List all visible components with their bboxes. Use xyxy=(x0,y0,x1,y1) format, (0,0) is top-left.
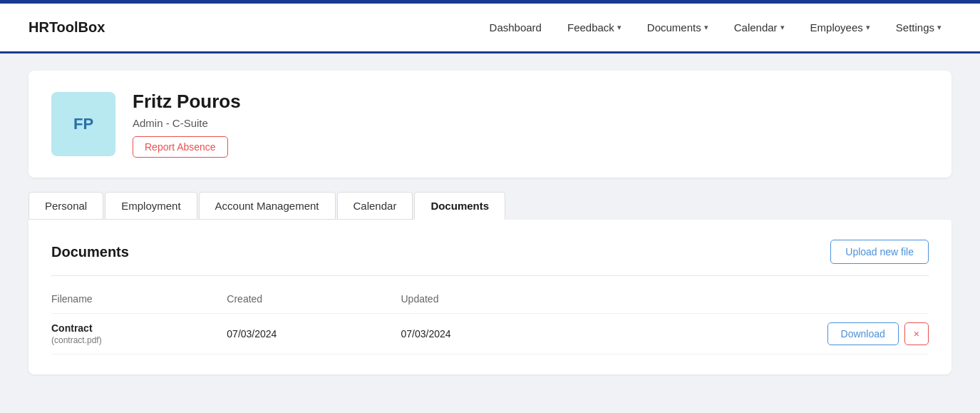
chevron-down-icon: ▾ xyxy=(704,23,708,32)
nav-label-dashboard: Dashboard xyxy=(490,21,542,34)
nav-label-employees: Employees xyxy=(810,21,863,34)
col-updated: Updated xyxy=(401,287,574,314)
profile-card: FP Fritz Pouros Admin - C-Suite Report A… xyxy=(29,71,951,178)
documents-header: Documents Upload new file xyxy=(51,240,929,264)
nav-item-dashboard[interactable]: Dashboard xyxy=(480,16,552,39)
navbar: HRToolBox Dashboard Feedback ▾ Documents… xyxy=(0,4,980,53)
tab-documents[interactable]: Documents xyxy=(414,192,505,220)
profile-role: Admin - C-Suite xyxy=(133,117,241,129)
nav-item-settings[interactable]: Settings ▾ xyxy=(886,16,951,39)
table-header: Filename Created Updated xyxy=(51,287,929,314)
file-path: (contract.pdf) xyxy=(51,335,227,345)
table-row: Contract (contract.pdf) 07/03/2024 07/03… xyxy=(51,314,929,355)
nav-menu: Dashboard Feedback ▾ Documents ▾ Calenda… xyxy=(480,16,951,39)
documents-table: Filename Created Updated Contract (contr… xyxy=(51,287,929,355)
upload-new-file-button[interactable]: Upload new file xyxy=(830,240,929,264)
file-created: 07/03/2024 xyxy=(227,314,401,355)
table-body: Contract (contract.pdf) 07/03/2024 07/03… xyxy=(51,314,929,355)
col-filename: Filename xyxy=(51,287,227,314)
brand-logo[interactable]: HRToolBox xyxy=(29,19,105,36)
col-created: Created xyxy=(227,287,401,314)
documents-card: Documents Upload new file Filename Creat… xyxy=(29,220,951,374)
delete-button[interactable]: × xyxy=(904,322,929,345)
documents-title: Documents xyxy=(51,244,129,260)
file-name: Contract xyxy=(51,322,227,334)
chevron-down-icon: ▾ xyxy=(617,23,621,32)
chevron-down-icon: ▾ xyxy=(780,23,785,32)
chevron-down-icon: ▾ xyxy=(937,23,942,32)
tabs-container: Personal Employment Account Management C… xyxy=(29,192,951,220)
profile-info: Fritz Pouros Admin - C-Suite Report Abse… xyxy=(133,91,241,158)
report-absence-button[interactable]: Report Absence xyxy=(133,136,228,158)
nav-item-feedback[interactable]: Feedback ▾ xyxy=(557,16,631,39)
file-actions: Download × xyxy=(575,314,929,355)
actions-cell: Download × xyxy=(575,322,929,345)
download-button[interactable]: Download xyxy=(827,322,899,345)
nav-item-calendar[interactable]: Calendar ▾ xyxy=(724,16,795,39)
nav-label-settings: Settings xyxy=(896,21,934,34)
nav-label-documents: Documents xyxy=(647,21,701,34)
tab-calendar[interactable]: Calendar xyxy=(337,192,413,220)
profile-name: Fritz Pouros xyxy=(133,91,241,113)
file-updated: 07/03/2024 xyxy=(401,314,574,355)
col-actions xyxy=(575,287,929,314)
nav-item-employees[interactable]: Employees ▾ xyxy=(800,16,880,39)
nav-label-feedback: Feedback xyxy=(567,21,614,34)
avatar: FP xyxy=(51,92,115,156)
nav-label-calendar: Calendar xyxy=(734,21,778,34)
tab-employment[interactable]: Employment xyxy=(105,192,197,220)
tab-account-management[interactable]: Account Management xyxy=(199,192,336,220)
file-info: Contract (contract.pdf) xyxy=(51,314,227,355)
chevron-down-icon: ▾ xyxy=(866,23,870,32)
tab-personal[interactable]: Personal xyxy=(29,192,103,220)
main-content: FP Fritz Pouros Admin - C-Suite Report A… xyxy=(0,53,980,392)
divider xyxy=(51,275,929,276)
nav-item-documents[interactable]: Documents ▾ xyxy=(637,16,718,39)
